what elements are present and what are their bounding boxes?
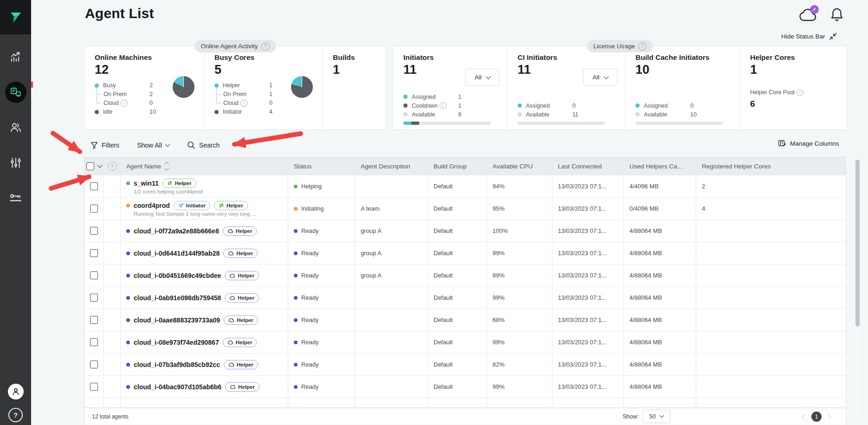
metric-title: Builds	[333, 53, 378, 62]
manage-columns-button[interactable]: Manage Columns	[778, 139, 839, 148]
agent-name: s_win11	[134, 180, 159, 187]
notifications-button[interactable]	[830, 7, 844, 23]
page-size-select[interactable]: 50	[642, 410, 670, 423]
table-row[interactable]: cloud_i-04bac907d105ab6b6HelperReadyDefa…	[84, 376, 846, 398]
select-menu-chevron-icon[interactable]	[97, 162, 102, 167]
chevron-down-icon	[165, 142, 170, 147]
table-row[interactable]: cloud_i-08e973f74ed290867HelperReadyDefa…	[84, 331, 846, 354]
sidebar-item-analytics[interactable]	[5, 46, 26, 68]
initiators-metric: Initiators 11 All Assigned1Cooldowni1Ava…	[393, 46, 507, 129]
next-page-button[interactable]	[826, 414, 831, 419]
search-button[interactable]: Search	[187, 141, 220, 149]
info-icon[interactable]: i	[797, 89, 803, 96]
status-cell: Ready	[288, 220, 355, 242]
legend-dot	[403, 103, 408, 108]
table-row[interactable]: cloud_i-0aae8883239733a09HelperReadyDefa…	[84, 309, 846, 331]
row-checkbox[interactable]	[90, 205, 98, 212]
page-number-button[interactable]: 1	[811, 412, 822, 422]
sidebar-item-agents[interactable]	[5, 82, 26, 103]
column-header-agent-name[interactable]: Agent Name	[121, 157, 288, 175]
metric-title: Online Machines	[95, 53, 196, 62]
status-dot	[294, 207, 298, 211]
row-alert-cell	[104, 198, 121, 220]
used-helpers-cell: 4/88064 MB	[624, 242, 696, 264]
ci-initiators-filter-dropdown[interactable]: All	[583, 69, 617, 86]
legend-item: Helper1	[214, 81, 293, 90]
row-checkbox[interactable]	[90, 316, 98, 324]
select-all-checkbox[interactable]	[86, 162, 94, 170]
show-all-dropdown[interactable]: Show All	[137, 142, 169, 149]
row-checkbox[interactable]	[90, 249, 98, 257]
table-header-row: ! Agent Name Status Agent Description Bu…	[84, 157, 846, 175]
row-select-cell	[84, 376, 104, 398]
agent-badge-cloud-helper: Helper	[224, 316, 258, 325]
sidebar-item-license[interactable]	[5, 187, 26, 209]
alert-column-icon: !	[108, 161, 117, 171]
agent-state-dot	[126, 363, 130, 367]
row-checkbox[interactable]	[90, 271, 98, 279]
status-label: Ready	[301, 227, 319, 234]
row-checkbox[interactable]	[90, 383, 98, 391]
row-alert-cell	[104, 376, 121, 398]
help-button[interactable]: ?	[8, 408, 23, 422]
table-row[interactable]: cloud_i-07b3af9db85cb92ccHelperReadyDefa…	[84, 354, 846, 376]
previous-page-button[interactable]	[802, 414, 807, 419]
used-helpers-cell: 4/88064 MB	[624, 220, 696, 242]
column-header-registered-cores[interactable]: Registered Helper Cores	[696, 157, 846, 175]
cloud-icon	[228, 251, 234, 256]
initiators-filter-dropdown[interactable]: All	[465, 69, 499, 86]
table-row[interactable]: coord4prodInitiatorHelperRunning Test Sa…	[84, 198, 846, 220]
table-row[interactable]: cloud_i-0f72a9a2e88b666e8HelperReadygrou…	[84, 220, 846, 242]
row-checkbox[interactable]	[90, 227, 98, 235]
info-icon[interactable]: i	[121, 100, 128, 107]
description-cell-value: A team	[361, 205, 379, 212]
scrollbar-thumb[interactable]	[855, 160, 860, 327]
sort-icon[interactable]	[165, 163, 168, 169]
column-header-build-group[interactable]: Build Group	[428, 157, 487, 175]
column-header-available-cpu[interactable]: Available CPU	[487, 157, 552, 175]
row-checkbox[interactable]	[90, 182, 98, 190]
legend-value: 1	[269, 82, 293, 89]
registered-cores-cell	[696, 398, 846, 408]
legend-value: 1	[269, 91, 293, 97]
table-row[interactable]: cloud_i-0b0451669c49cbdeeHelperReadygrou…	[84, 264, 846, 287]
info-icon[interactable]: i	[440, 102, 447, 109]
row-checkbox[interactable]	[90, 338, 98, 346]
badge-label: Helper	[175, 180, 192, 186]
build-cache-usage-bar	[635, 122, 723, 125]
ci-initiators-usage-bar	[518, 122, 605, 125]
available-cpu-cell-value: 94%	[492, 183, 505, 190]
app-logo[interactable]	[0, 0, 31, 34]
cloud-icon	[229, 273, 235, 278]
table-row[interactable]: cloud_i-0d6441d144f95ab28HelperReadygrou…	[84, 242, 846, 264]
info-icon[interactable]: i	[240, 100, 247, 107]
cloud-status-button[interactable]: ✓	[797, 7, 819, 24]
legend-label: Cloud	[223, 100, 239, 106]
agent-name-line: coord4prodInitiatorHelper	[126, 201, 248, 210]
last-connected-cell: 13/03/2023 07:1...	[552, 175, 624, 198]
agent-name: cloud_i-07b3af9db85cb92cc	[134, 361, 220, 368]
agent-subtitle: Running Test Sample 1 long name very ver…	[134, 211, 256, 217]
sidebar-item-settings[interactable]	[5, 152, 26, 174]
header-select-cell	[84, 157, 104, 175]
last-connected-cell: 13/03/2023 07:1...	[552, 331, 624, 354]
filter-value: All	[592, 74, 599, 81]
filters-button[interactable]: Filters	[91, 142, 119, 149]
table-row[interactable]: cloud_i-0ab91e098db759458HelperReadyDefa…	[84, 287, 846, 309]
column-header-last-connected[interactable]: Last Connected	[552, 157, 624, 175]
last-connected-cell-value: 13/03/2023 07:1...	[558, 183, 607, 190]
column-header-description[interactable]: Agent Description	[355, 157, 428, 175]
hide-status-bar-button[interactable]: Hide Status Bar	[781, 32, 837, 40]
status-dot	[294, 251, 298, 255]
used-helpers-cell-value: 4/88064 MB	[629, 294, 662, 301]
agent-name-cell: cloud_i-0b0451669c49cbdeeHelper	[121, 264, 288, 287]
column-header-used-helpers[interactable]: Used Helpers Ca...	[624, 157, 696, 175]
column-header-status[interactable]: Status	[288, 157, 355, 175]
cloud-icon	[228, 318, 234, 322]
table-row[interactable]: s_win11Helper1/2 cores helping coord4pro…	[84, 175, 846, 198]
row-checkbox[interactable]	[90, 361, 98, 368]
row-checkbox[interactable]	[90, 294, 98, 302]
header-alert-cell: !	[104, 157, 121, 175]
user-avatar[interactable]	[8, 384, 24, 399]
sidebar-item-users[interactable]	[5, 117, 26, 138]
